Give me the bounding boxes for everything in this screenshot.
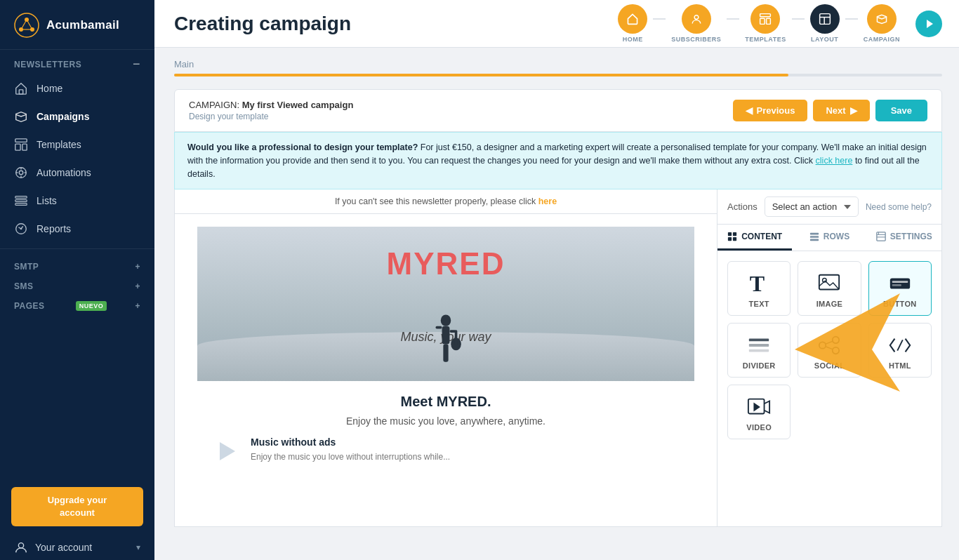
topbar: Creating campaign HOME SUBSCRIBE [154,0,959,48]
svg-line-5 [27,20,32,29]
hero-title: MYRED [197,246,694,281]
block-divider[interactable]: DIVIDER [727,323,791,378]
actions-label: Actions [727,201,758,212]
button-block-icon [888,272,912,295]
step-home-icon [626,13,639,25]
preview-link[interactable]: here [538,196,557,206]
text-block-label: TEXT [749,300,769,308]
block-text[interactable]: T TEXT [727,261,791,316]
page-title: Creating campaign [174,13,351,35]
preview-notice-text: If you can't see this newsletter properl… [335,196,538,206]
tab-content[interactable]: CONTENT [717,225,792,251]
need-help-link[interactable]: Need some help? [866,202,932,212]
svg-rect-47 [877,232,885,241]
html-block-label: HTML [889,361,911,370]
video-block-label: VIDEO [746,423,772,432]
content-blocks: T TEXT IMAGE [717,251,941,449]
save-button[interactable]: Save [875,100,927,121]
preview-content: MYRED Music, your way [175,214,717,526]
next-button[interactable]: Next ▶ [813,100,869,121]
email-preview: If you can't see this newsletter properl… [175,189,717,526]
sidebar-item-home[interactable]: Home [0,74,154,102]
svg-point-23 [694,15,699,20]
sms-section[interactable]: SMS + [0,274,154,294]
templates-label: Templates [37,139,81,150]
tab-settings-label: SETTINGS [890,232,932,241]
tab-settings[interactable]: SETTINGS [867,225,941,251]
smtp-section[interactable]: SMTP + [0,255,154,274]
divider-block-label: DIVIDER [743,361,776,370]
sidebar-item-automations[interactable]: Automations [0,159,154,187]
html-block-icon [888,333,912,357]
newsletters-section[interactable]: Newsletters − [0,50,154,74]
step-campaign-label: CAMPAIGN [864,36,900,43]
content-tab-icon [727,232,737,241]
svg-rect-26 [767,18,771,24]
pages-expand-icon[interactable]: + [135,301,140,311]
step-layout[interactable]: LAYOUT [810,4,840,43]
block-button[interactable]: BUTTON [868,261,932,316]
upgrade-button[interactable]: Upgrade your account [11,487,143,526]
sidebar-item-reports[interactable]: Reports [0,215,154,243]
svg-rect-24 [760,14,771,17]
tab-rows[interactable]: ROWS [792,225,866,251]
hero-silhouette-icon [421,311,470,381]
svg-rect-7 [19,90,22,94]
sms-expand-icon[interactable]: + [135,281,140,291]
image-block-icon [817,272,841,295]
music-icon [214,438,241,465]
step-templates[interactable]: TEMPLATES [745,4,786,43]
svg-line-64 [826,347,833,349]
logo-icon [14,13,39,38]
right-panel: Actions Select an action Need some help? [717,189,941,526]
prev-label: Previous [757,105,795,116]
social-block-label: SOCIAL [814,361,845,370]
svg-rect-52 [819,275,839,290]
svg-rect-46 [810,239,819,241]
section-title: Music without ads [251,436,450,448]
step-subscribers-circle [682,4,711,34]
svg-point-60 [819,342,826,349]
step-layout-icon [819,13,831,25]
section-desc: Enjoy the music you love without interru… [251,451,450,463]
enjoy-text: Enjoy the music you love, anywhere, anyt… [214,415,677,427]
templates-icon [14,138,28,152]
promo-link[interactable]: click here [816,156,853,166]
campaign-header: CAMPAIGN: My first Viewed campaign Desig… [174,89,942,132]
svg-rect-33 [435,326,442,329]
play-icon [923,18,934,29]
actions-row: Actions Select an action Need some help? [717,189,941,225]
block-social[interactable]: SOCIAL [798,323,861,378]
previous-button[interactable]: ◀ Previous [733,100,808,121]
reports-icon [14,222,28,236]
actions-select[interactable]: Select an action [765,196,859,217]
step-home[interactable]: HOME [618,4,647,43]
smtp-expand-icon[interactable]: + [135,262,140,272]
step-home-label: HOME [623,36,643,43]
sidebar-item-campaigns[interactable]: Campaigns [0,102,154,131]
step-campaign-icon [875,13,888,25]
svg-rect-56 [892,284,901,286]
block-video[interactable]: VIDEO [727,385,791,439]
sidebar-item-lists[interactable]: Lists [0,187,154,215]
campaign-info: CAMPAIGN: My first Viewed campaign Desig… [189,100,353,121]
content-area: Main CAMPAIGN: My first Viewed campaign … [154,48,959,560]
editor-container: If you can't see this newsletter properl… [174,189,942,527]
step-home-circle [618,4,647,34]
pages-section[interactable]: Pages NUEVO + [0,294,154,314]
svg-point-62 [833,347,839,354]
sidebar-item-templates[interactable]: Templates [0,131,154,159]
divider-block-icon [747,333,771,357]
campaign-subtitle: Design your template [189,112,353,121]
svg-marker-39 [220,442,235,460]
play-button[interactable] [915,11,942,37]
brand-name: Acumbamail [46,18,119,32]
step-campaign[interactable]: CAMPAIGN [864,4,900,43]
your-account-label: Your account [35,542,92,553]
step-subscribers[interactable]: SUBSCRIBERS [671,4,721,43]
meet-text: Meet MYRED. [214,394,677,410]
block-image[interactable]: IMAGE [798,261,861,316]
block-html[interactable]: HTML [868,323,932,378]
svg-rect-40 [728,232,732,236]
your-account-row[interactable]: Your account ▾ [0,532,154,560]
